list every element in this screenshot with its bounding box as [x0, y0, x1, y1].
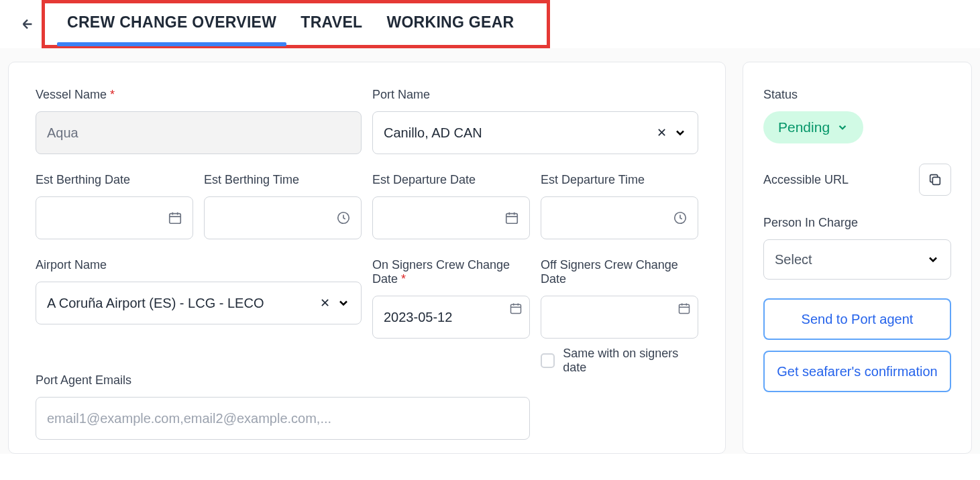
port-name-label: Port Name	[372, 88, 698, 102]
est-berthing-time-input[interactable]	[204, 196, 362, 239]
vessel-name-label: Vessel Name	[36, 88, 362, 102]
get-seafarer-confirmation-button[interactable]: Get seafarer's confirmation	[763, 351, 951, 392]
vessel-name-input	[36, 111, 362, 154]
copy-icon	[928, 172, 942, 187]
person-in-charge-section: Person In Charge Select	[763, 216, 951, 280]
off-signers-date-group: Off Signers Crew Change Date Same with o…	[541, 258, 698, 375]
port-agent-emails-input[interactable]	[36, 397, 530, 440]
chevron-down-icon	[337, 296, 350, 310]
airport-name-group: Airport Name A Coruña Airport (ES) - LCG…	[36, 258, 362, 375]
tab-working-gear[interactable]: WORKING GEAR	[374, 13, 526, 32]
est-berthing-time-group: Est Berthing Time	[204, 173, 362, 239]
off-signers-date-label: Off Signers Crew Change Date	[541, 258, 698, 286]
person-in-charge-label: Person In Charge	[763, 216, 951, 230]
est-departure-date-label: Est Departure Date	[372, 173, 530, 187]
status-dropdown[interactable]: Pending	[763, 111, 863, 143]
est-departure-time-group: Est Departure Time	[541, 173, 698, 239]
airport-name-label: Airport Name	[36, 258, 362, 272]
est-berthing-date-input[interactable]	[36, 196, 193, 239]
chevron-down-icon	[836, 121, 849, 133]
chevron-down-icon	[673, 126, 687, 139]
content-area: Vessel Name Port Name Canillo, AD CAN ✕ …	[0, 48, 980, 454]
svg-rect-6	[932, 177, 940, 184]
status-label: Status	[763, 88, 951, 102]
send-to-port-agent-button[interactable]: Send to Port agent	[763, 298, 951, 340]
est-berthing-date-group: Est Berthing Date	[36, 173, 193, 239]
same-date-checkbox[interactable]	[541, 353, 555, 368]
est-departure-time-input[interactable]	[541, 196, 698, 239]
chevron-down-icon	[926, 253, 940, 266]
clear-icon[interactable]: ✕	[320, 296, 330, 310]
on-signers-date-value: 2023-05-12	[384, 310, 452, 325]
clear-icon[interactable]: ✕	[657, 125, 667, 140]
same-date-label: Same with on signers date	[563, 347, 698, 375]
vessel-name-group: Vessel Name	[36, 88, 362, 154]
port-agent-emails-label: Port Agent Emails	[36, 373, 530, 387]
off-signers-date-input[interactable]	[541, 296, 698, 339]
back-arrow-icon[interactable]	[20, 17, 35, 32]
person-in-charge-placeholder: Select	[775, 252, 926, 267]
on-signers-date-label: On Signers Crew Change Date	[372, 258, 530, 286]
port-name-select[interactable]: Canillo, AD CAN ✕	[372, 111, 698, 154]
same-date-checkbox-row: Same with on signers date	[541, 347, 698, 375]
svg-rect-5	[679, 304, 690, 313]
port-name-group: Port Name Canillo, AD CAN ✕	[372, 88, 698, 154]
tabs-highlight-box: CREW CHANGE OVERVIEW TRAVEL WORKING GEAR	[42, 0, 550, 48]
main-form-card: Vessel Name Port Name Canillo, AD CAN ✕ …	[8, 62, 726, 454]
accessible-url-row: Accessible URL	[763, 164, 951, 196]
airport-name-select[interactable]: A Coruña Airport (ES) - LCG - LECO ✕	[36, 282, 362, 324]
est-berthing-date-label: Est Berthing Date	[36, 173, 193, 187]
svg-rect-4	[511, 304, 521, 313]
port-name-value: Canillo, AD CAN	[384, 125, 657, 141]
calendar-icon	[509, 302, 523, 315]
est-departure-time-label: Est Departure Time	[541, 173, 698, 187]
tab-travel[interactable]: TRAVEL	[288, 13, 374, 32]
port-agent-emails-group: Port Agent Emails	[36, 373, 530, 440]
person-in-charge-select[interactable]: Select	[763, 239, 951, 280]
on-signers-date-group: On Signers Crew Change Date 2023-05-12	[372, 258, 530, 375]
status-value: Pending	[778, 119, 830, 135]
sidebar-card: Status Pending Accessible URL Person In …	[743, 62, 972, 454]
calendar-icon	[677, 302, 691, 315]
header: CREW CHANGE OVERVIEW TRAVEL WORKING GEAR	[0, 0, 980, 48]
accessible-url-label: Accessible URL	[763, 173, 849, 187]
est-departure-date-input[interactable]	[372, 196, 530, 239]
airport-name-value: A Coruña Airport (ES) - LCG - LECO	[47, 296, 320, 311]
est-berthing-time-label: Est Berthing Time	[204, 173, 362, 187]
copy-url-button[interactable]	[919, 164, 951, 196]
tab-crew-change-overview[interactable]: CREW CHANGE OVERVIEW	[55, 13, 288, 32]
on-signers-date-input[interactable]: 2023-05-12	[372, 296, 530, 339]
est-departure-date-group: Est Departure Date	[372, 173, 530, 239]
